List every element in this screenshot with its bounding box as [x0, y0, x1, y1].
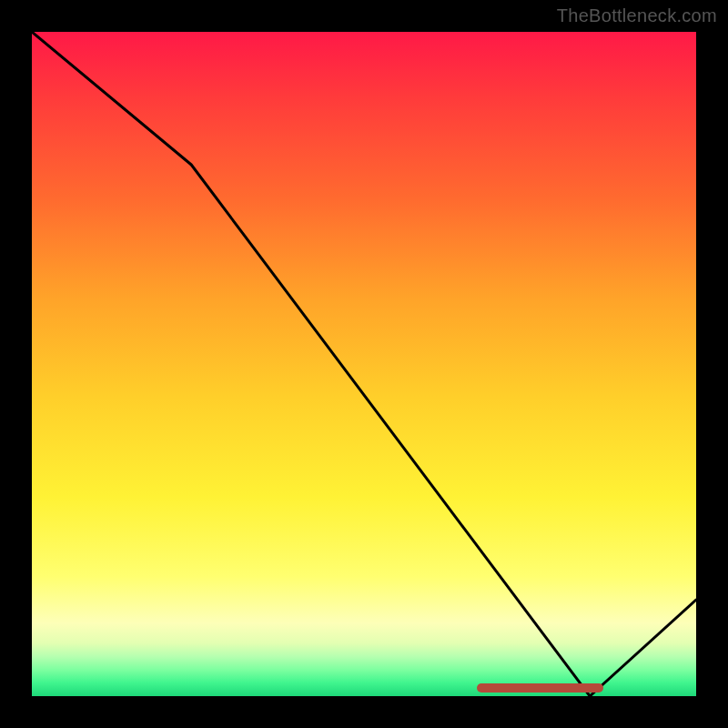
plot-area [32, 32, 696, 696]
watermark-text: TheBottleneck.com [557, 5, 717, 26]
line-path-svg [32, 32, 696, 696]
line-path [32, 32, 696, 696]
baseline-segment [477, 683, 603, 693]
chart-container: TheBottleneck.com [0, 0, 728, 728]
